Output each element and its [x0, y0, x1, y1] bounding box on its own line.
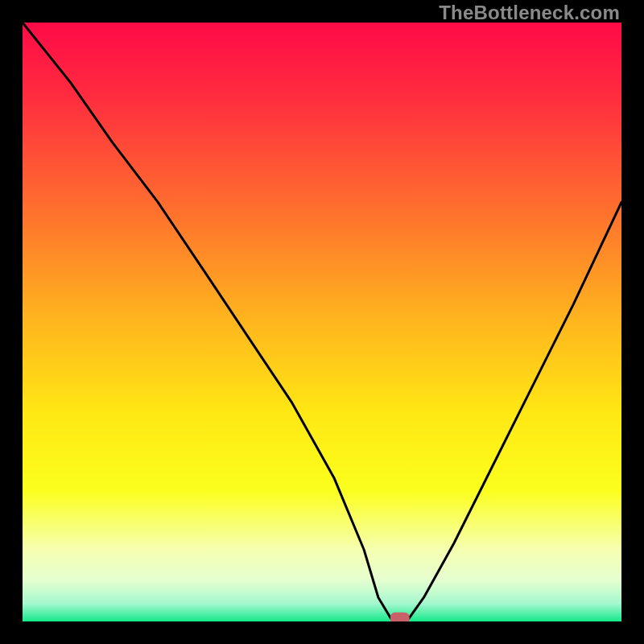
gradient-bg	[23, 23, 621, 621]
plot-area	[23, 23, 621, 621]
chart-svg	[23, 23, 621, 621]
watermark-text: TheBottleneck.com	[439, 2, 620, 24]
chart-frame: TheBottleneck.com	[0, 0, 644, 644]
optimum-marker	[390, 613, 410, 621]
